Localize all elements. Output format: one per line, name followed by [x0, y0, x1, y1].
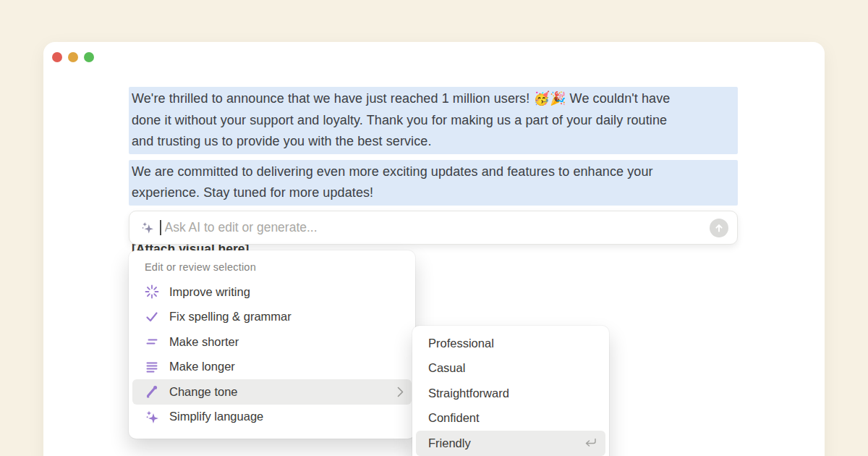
menu-item-label: Change tone — [169, 385, 238, 399]
paragraph-line: We are committed to delivering even more… — [132, 161, 733, 183]
tone-option-label: Professional — [428, 337, 494, 350]
menu-item-make-longer[interactable]: Make longer — [132, 355, 412, 380]
check-icon — [145, 310, 159, 324]
menu-item-label: Improve writing — [169, 285, 250, 299]
two-lines-icon — [145, 334, 159, 349]
tone-option-straightforward[interactable]: Straightforward — [416, 381, 605, 406]
tone-option-label: Confident — [428, 411, 480, 425]
sparkle-burst-icon — [145, 284, 159, 299]
tone-option-confident[interactable]: Confident — [416, 406, 605, 431]
selected-paragraph[interactable]: We're thrilled to announce that we have … — [129, 87, 738, 154]
sparkles-icon — [145, 410, 159, 424]
traffic-light-minimize[interactable] — [68, 52, 78, 62]
tone-option-label: Friendly — [428, 436, 471, 450]
ai-prompt-input[interactable] — [163, 219, 710, 236]
tone-option-professional[interactable]: Professional — [416, 331, 605, 356]
ai-sparkle-icon — [141, 221, 154, 235]
return-icon — [584, 438, 597, 448]
page-background: We're thrilled to announce that we have … — [0, 0, 868, 456]
paragraph-line: done it without your support and loyalty… — [132, 110, 733, 132]
paragraph-line: experience. Stay tuned for more updates! — [132, 182, 733, 204]
send-button[interactable] — [710, 219, 728, 237]
text-caret — [160, 220, 161, 235]
window-controls — [52, 52, 94, 62]
ai-edit-menu: Edit or review selection Improve writing… — [129, 250, 415, 439]
menu-header: Edit or review selection — [129, 250, 415, 279]
ai-prompt-bar[interactable] — [129, 211, 738, 245]
tone-option-label: Straightforward — [428, 387, 509, 400]
menu-item-label: Make longer — [169, 360, 235, 373]
paragraph-line: and trusting us to provide you with the … — [132, 131, 733, 153]
menu-item-simplify-language[interactable]: Simplify language — [132, 405, 412, 430]
four-lines-icon — [145, 360, 159, 374]
menu-item-change-tone[interactable]: Change tone — [132, 379, 412, 405]
tone-option-label: Casual — [428, 361, 465, 375]
tone-option-friendly[interactable]: Friendly — [416, 431, 605, 456]
traffic-light-zoom[interactable] — [84, 52, 94, 62]
paragraph-line: We're thrilled to announce that we have … — [132, 88, 733, 110]
traffic-light-close[interactable] — [52, 52, 62, 62]
tone-option-casual[interactable]: Casual — [416, 356, 605, 381]
menu-item-make-shorter[interactable]: Make shorter — [132, 329, 412, 355]
editor-selected-text: We're thrilled to announce that we have … — [129, 87, 738, 206]
menu-item-improve-writing[interactable]: Improve writing — [132, 279, 412, 305]
change-tone-submenu: ProfessionalCasualStraightforwardConfide… — [412, 326, 609, 456]
menu-item-label: Simplify language — [169, 410, 263, 423]
chevron-right-icon — [397, 387, 404, 397]
selected-paragraph[interactable]: We are committed to delivering even more… — [129, 160, 738, 206]
menu-item-label: Fix spelling & grammar — [169, 310, 292, 324]
menu-item-fix-spelling-grammar[interactable]: Fix spelling & grammar — [132, 305, 412, 330]
menu-item-label: Make shorter — [169, 335, 239, 349]
pen-icon — [145, 384, 159, 399]
